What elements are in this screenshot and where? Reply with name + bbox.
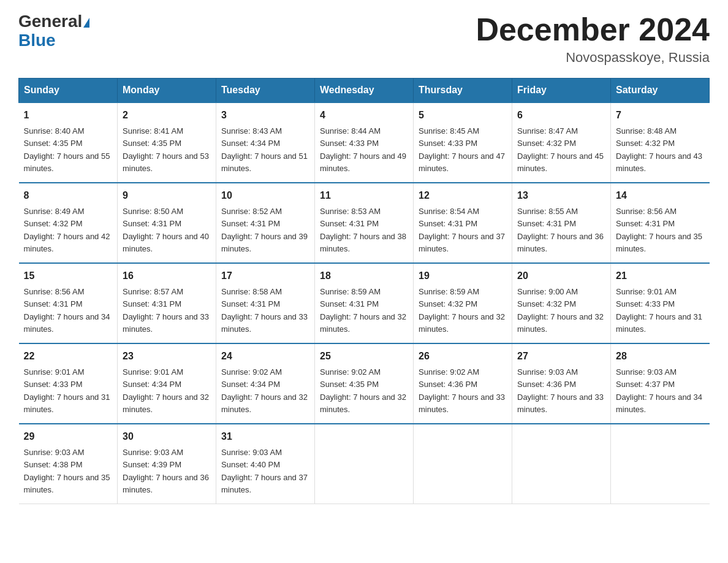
title-block: December 2024 Novospasskoye, Russia [476, 12, 710, 66]
day-number: 30 [123, 429, 211, 444]
week-row-4: 22Sunrise: 9:01 AMSunset: 4:33 PMDayligh… [19, 343, 710, 424]
header-cell-monday: Monday [118, 79, 216, 103]
header-row: SundayMondayTuesdayWednesdayThursdayFrid… [19, 79, 710, 103]
day-cell: 11Sunrise: 8:53 AMSunset: 4:31 PMDayligh… [315, 183, 414, 263]
header-cell-tuesday: Tuesday [216, 79, 315, 103]
day-number: 10 [221, 188, 309, 203]
day-number: 27 [517, 349, 605, 364]
day-number: 21 [616, 269, 705, 283]
day-cell: 3Sunrise: 8:43 AMSunset: 4:34 PMDaylight… [216, 102, 315, 183]
day-info: Sunrise: 8:59 AMSunset: 4:32 PMDaylight:… [419, 287, 505, 334]
day-cell: 10Sunrise: 8:52 AMSunset: 4:31 PMDayligh… [216, 183, 315, 263]
day-cell: 5Sunrise: 8:45 AMSunset: 4:33 PMDaylight… [414, 102, 512, 183]
day-number: 18 [320, 269, 408, 283]
day-info: Sunrise: 9:03 AMSunset: 4:40 PMDaylight:… [221, 448, 308, 494]
day-cell: 9Sunrise: 8:50 AMSunset: 4:31 PMDaylight… [118, 183, 216, 263]
day-number: 19 [419, 269, 507, 283]
day-number: 14 [616, 188, 705, 203]
day-cell: 4Sunrise: 8:44 AMSunset: 4:33 PMDaylight… [315, 102, 414, 183]
day-cell: 25Sunrise: 9:02 AMSunset: 4:35 PMDayligh… [315, 343, 414, 424]
day-number: 5 [419, 108, 507, 123]
logo-blue: Blue [18, 31, 56, 50]
day-info: Sunrise: 8:48 AMSunset: 4:32 PMDaylight:… [616, 126, 702, 173]
day-number: 26 [419, 349, 507, 364]
day-number: 25 [320, 349, 408, 364]
day-cell: 20Sunrise: 9:00 AMSunset: 4:32 PMDayligh… [512, 263, 611, 343]
day-info: Sunrise: 8:40 AMSunset: 4:35 PMDaylight:… [24, 126, 110, 173]
logo-triangle-icon [83, 18, 89, 28]
day-cell: 12Sunrise: 8:54 AMSunset: 4:31 PMDayligh… [414, 183, 512, 263]
month-title: December 2024 [476, 12, 710, 47]
week-row-5: 29Sunrise: 9:03 AMSunset: 4:38 PMDayligh… [19, 424, 710, 504]
day-number: 8 [24, 188, 113, 203]
day-info: Sunrise: 8:55 AMSunset: 4:31 PMDaylight:… [517, 207, 604, 253]
day-cell: 19Sunrise: 8:59 AMSunset: 4:32 PMDayligh… [414, 263, 512, 343]
day-info: Sunrise: 9:02 AMSunset: 4:36 PMDaylight:… [419, 367, 505, 414]
logo-general: General [18, 12, 82, 31]
day-number: 20 [517, 269, 605, 283]
day-info: Sunrise: 9:03 AMSunset: 4:37 PMDaylight:… [616, 367, 702, 414]
day-cell: 22Sunrise: 9:01 AMSunset: 4:33 PMDayligh… [19, 343, 118, 424]
day-info: Sunrise: 9:03 AMSunset: 4:36 PMDaylight:… [517, 367, 604, 414]
location: Novospasskoye, Russia [476, 50, 710, 66]
day-cell: 29Sunrise: 9:03 AMSunset: 4:38 PMDayligh… [19, 424, 118, 504]
day-number: 29 [24, 429, 113, 444]
header-cell-sunday: Sunday [19, 79, 118, 103]
day-cell: 30Sunrise: 9:03 AMSunset: 4:39 PMDayligh… [118, 424, 216, 504]
week-row-1: 1Sunrise: 8:40 AMSunset: 4:35 PMDaylight… [19, 102, 710, 183]
day-number: 23 [123, 349, 211, 364]
day-info: Sunrise: 9:02 AMSunset: 4:34 PMDaylight:… [221, 367, 308, 414]
logo-text: General Blue [18, 12, 89, 50]
day-number: 22 [24, 349, 113, 364]
day-number: 9 [123, 188, 211, 203]
header-cell-friday: Friday [512, 79, 611, 103]
day-number: 13 [517, 188, 605, 203]
day-cell: 6Sunrise: 8:47 AMSunset: 4:32 PMDaylight… [512, 102, 611, 183]
day-number: 6 [517, 108, 605, 123]
day-cell [512, 424, 611, 504]
day-cell: 26Sunrise: 9:02 AMSunset: 4:36 PMDayligh… [414, 343, 512, 424]
day-info: Sunrise: 8:54 AMSunset: 4:31 PMDaylight:… [419, 207, 505, 253]
day-cell: 8Sunrise: 8:49 AMSunset: 4:32 PMDaylight… [19, 183, 118, 263]
day-info: Sunrise: 8:53 AMSunset: 4:31 PMDaylight:… [320, 207, 406, 253]
day-cell: 2Sunrise: 8:41 AMSunset: 4:35 PMDaylight… [118, 102, 216, 183]
day-number: 1 [24, 108, 113, 123]
day-info: Sunrise: 9:03 AMSunset: 4:38 PMDaylight:… [24, 448, 110, 494]
day-info: Sunrise: 8:44 AMSunset: 4:33 PMDaylight:… [320, 126, 406, 173]
week-row-2: 8Sunrise: 8:49 AMSunset: 4:32 PMDaylight… [19, 183, 710, 263]
day-cell: 14Sunrise: 8:56 AMSunset: 4:31 PMDayligh… [611, 183, 710, 263]
day-cell [414, 424, 512, 504]
day-cell: 1Sunrise: 8:40 AMSunset: 4:35 PMDaylight… [19, 102, 118, 183]
day-number: 4 [320, 108, 408, 123]
day-cell [611, 424, 710, 504]
day-cell: 7Sunrise: 8:48 AMSunset: 4:32 PMDaylight… [611, 102, 710, 183]
day-info: Sunrise: 8:56 AMSunset: 4:31 PMDaylight:… [616, 207, 702, 253]
day-info: Sunrise: 9:01 AMSunset: 4:33 PMDaylight:… [24, 367, 110, 414]
day-info: Sunrise: 8:45 AMSunset: 4:33 PMDaylight:… [419, 126, 505, 173]
day-cell [315, 424, 414, 504]
header-cell-wednesday: Wednesday [315, 79, 414, 103]
day-info: Sunrise: 8:47 AMSunset: 4:32 PMDaylight:… [517, 126, 604, 173]
day-info: Sunrise: 8:59 AMSunset: 4:31 PMDaylight:… [320, 287, 406, 334]
day-info: Sunrise: 8:43 AMSunset: 4:34 PMDaylight:… [221, 126, 308, 173]
day-cell: 13Sunrise: 8:55 AMSunset: 4:31 PMDayligh… [512, 183, 611, 263]
day-info: Sunrise: 8:56 AMSunset: 4:31 PMDaylight:… [24, 287, 110, 334]
day-cell: 28Sunrise: 9:03 AMSunset: 4:37 PMDayligh… [611, 343, 710, 424]
day-cell: 17Sunrise: 8:58 AMSunset: 4:31 PMDayligh… [216, 263, 315, 343]
day-number: 3 [221, 108, 309, 123]
day-number: 12 [419, 188, 507, 203]
day-cell: 23Sunrise: 9:01 AMSunset: 4:34 PMDayligh… [118, 343, 216, 424]
day-number: 2 [123, 108, 211, 123]
day-number: 16 [123, 269, 211, 283]
day-cell: 24Sunrise: 9:02 AMSunset: 4:34 PMDayligh… [216, 343, 315, 424]
day-number: 31 [221, 429, 309, 444]
day-cell: 31Sunrise: 9:03 AMSunset: 4:40 PMDayligh… [216, 424, 315, 504]
day-info: Sunrise: 9:00 AMSunset: 4:32 PMDaylight:… [517, 287, 604, 334]
day-info: Sunrise: 8:58 AMSunset: 4:31 PMDaylight:… [221, 287, 308, 334]
day-info: Sunrise: 9:03 AMSunset: 4:39 PMDaylight:… [123, 448, 209, 494]
day-number: 28 [616, 349, 705, 364]
calendar-header: SundayMondayTuesdayWednesdayThursdayFrid… [19, 79, 710, 103]
day-number: 24 [221, 349, 309, 364]
day-info: Sunrise: 9:02 AMSunset: 4:35 PMDaylight:… [320, 367, 406, 414]
header-cell-saturday: Saturday [611, 79, 710, 103]
